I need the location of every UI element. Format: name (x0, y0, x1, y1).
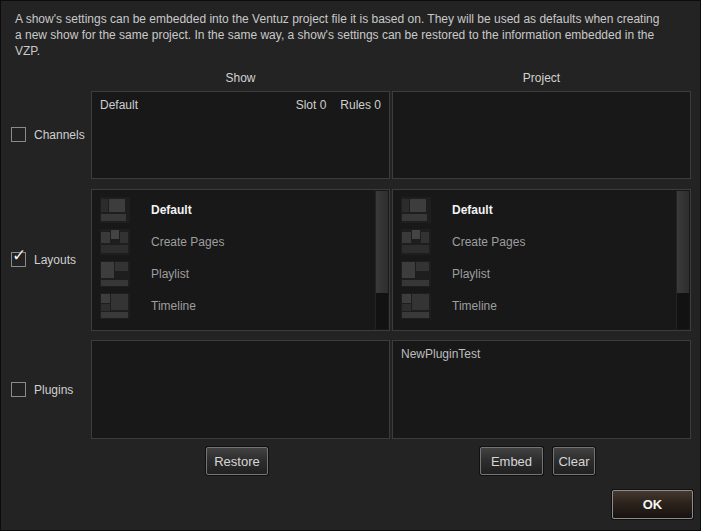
layout-name: Create Pages (452, 235, 525, 249)
layout-playlist-icon (401, 261, 431, 287)
channels-checkbox-row[interactable]: Channels (11, 127, 85, 142)
layouts-show-list[interactable]: Default Create Pages Playlist Timeline (91, 189, 390, 331)
plugin-list-item[interactable]: NewPluginTest (393, 341, 690, 367)
column-header-show: Show (91, 71, 390, 85)
embed-settings-dialog: A show's settings can be embedded into t… (0, 0, 701, 531)
layout-name: Playlist (151, 267, 189, 281)
layout-name: Timeline (452, 299, 497, 313)
layout-list-item[interactable]: Playlist (394, 258, 676, 290)
dialog-description: A show's settings can be embedded into t… (15, 11, 695, 59)
ok-button[interactable]: OK (612, 490, 693, 519)
channels-show-list[interactable]: Default Slot 0 Rules 0 (91, 91, 390, 179)
channel-list-item[interactable]: Default Slot 0 Rules 0 (92, 92, 389, 118)
check-icon: ✓ (12, 247, 26, 264)
layouts-checkbox-row[interactable]: ✓ Layouts (11, 252, 76, 267)
embed-button[interactable]: Embed (480, 447, 543, 475)
channel-slot-count: Slot 0 (296, 98, 327, 112)
layout-name: Playlist (452, 267, 490, 281)
channel-name: Default (100, 98, 138, 112)
description-line: a new show for the same project. In the … (15, 27, 695, 43)
layout-list-item[interactable]: Create Pages (93, 226, 375, 258)
scrollbar-thumb[interactable] (376, 191, 388, 293)
clear-button[interactable]: Clear (553, 447, 595, 475)
channels-checkbox[interactable] (11, 127, 26, 142)
channels-checkbox-label[interactable]: Channels (34, 128, 85, 142)
description-line: VZP. (15, 43, 695, 59)
layout-create-pages-icon (401, 229, 431, 255)
plugins-checkbox[interactable] (11, 382, 26, 397)
layout-timeline-icon (401, 293, 431, 319)
layout-timeline-icon (100, 293, 130, 319)
layout-name: Create Pages (151, 235, 224, 249)
layout-list-item[interactable]: Playlist (93, 258, 375, 290)
channel-rules-count: Rules 0 (340, 98, 381, 112)
layout-list-item[interactable]: Timeline (93, 290, 375, 322)
channels-project-list[interactable] (392, 91, 691, 179)
plugins-project-list[interactable]: NewPluginTest (392, 340, 691, 439)
layouts-checkbox[interactable]: ✓ (11, 252, 26, 267)
layout-list-item[interactable]: Default (93, 194, 375, 226)
layout-name: Timeline (151, 299, 196, 313)
scrollbar-thumb[interactable] (677, 191, 689, 293)
layout-default-icon (100, 197, 130, 223)
layout-name: Default (452, 203, 493, 217)
vertical-scrollbar[interactable] (375, 191, 388, 329)
layouts-checkbox-label[interactable]: Layouts (34, 253, 76, 267)
layout-playlist-icon (100, 261, 130, 287)
description-line: A show's settings can be embedded into t… (15, 11, 695, 27)
plugins-show-list[interactable] (91, 340, 390, 439)
plugins-checkbox-row[interactable]: Plugins (11, 382, 73, 397)
layout-create-pages-icon (100, 229, 130, 255)
plugins-checkbox-label[interactable]: Plugins (34, 383, 73, 397)
layouts-project-list[interactable]: Default Create Pages Playlist Timeline (392, 189, 691, 331)
restore-button[interactable]: Restore (206, 447, 268, 475)
layout-name: Default (151, 203, 192, 217)
layout-list-item[interactable]: Timeline (394, 290, 676, 322)
column-header-project: Project (392, 71, 691, 85)
vertical-scrollbar[interactable] (676, 191, 689, 329)
layout-list-item[interactable]: Create Pages (394, 226, 676, 258)
layout-default-icon (401, 197, 431, 223)
layout-list-item[interactable]: Default (394, 194, 676, 226)
